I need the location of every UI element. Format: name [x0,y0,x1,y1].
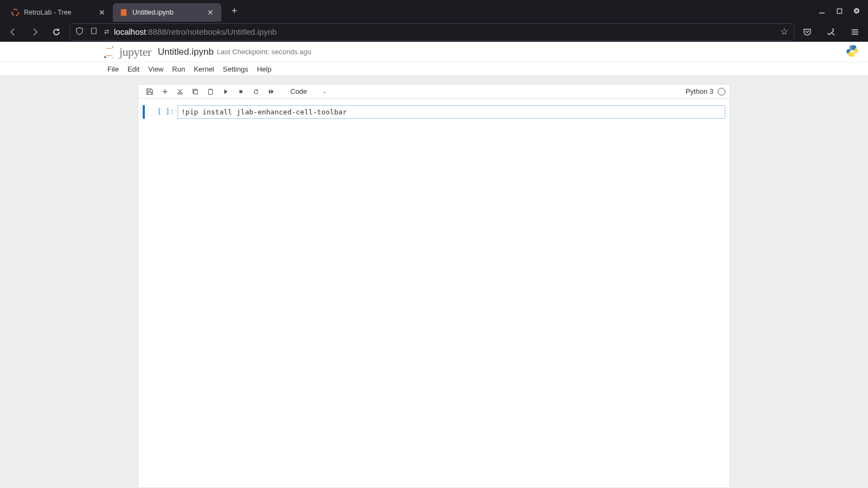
menu-settings[interactable]: Settings [219,63,253,75]
cell-type-select[interactable]: Code ⌄ [286,86,336,98]
cell-code[interactable]: !pip install jlab-enhanced-cell-toolbar [181,108,722,116]
svg-point-10 [104,56,106,58]
cut-button[interactable] [173,86,187,98]
cell-prompt: [ ]: [147,105,177,119]
tab-title: RetroLab - Tree [24,9,93,16]
menu-kernel[interactable]: Kernel [189,63,219,75]
svg-point-9 [112,46,113,48]
tab-title: Untitled.ipynb [132,9,202,16]
notebook-favicon [119,8,128,17]
shield-icon[interactable] [75,27,84,37]
svg-point-13 [853,54,854,55]
notebook-container: Code ⌄ Python 3 [ ]: !pip install jlab-e… [138,84,730,488]
kernel-name[interactable]: Python 3 [686,87,713,95]
cell-type-value: Code [290,87,307,95]
paste-button[interactable] [203,86,218,98]
tabs-area: RetroLab - Tree ✕ Untitled.ipynb ✕ + [4,0,243,22]
devtools-icon[interactable] [822,23,840,41]
menu-file[interactable]: File [103,63,123,75]
menubar: File Edit View Run Kernel Settings Help [0,62,868,76]
code-cell[interactable]: [ ]: !pip install jlab-enhanced-cell-too… [143,105,725,119]
retrolab-favicon [11,8,20,17]
jupyter-page: jupyter Untitled.ipynb Last Checkpoint: … [0,42,868,488]
window-controls [818,7,864,15]
restart-button[interactable] [249,86,263,98]
maximize-icon[interactable] [835,7,843,15]
run-all-button[interactable] [264,86,278,98]
svg-rect-21 [194,90,197,94]
forward-button[interactable] [26,23,43,41]
url-host: localhost [114,27,146,36]
minimize-icon[interactable] [818,7,826,15]
svg-rect-1 [121,9,127,16]
toolbar-right-icons [799,23,864,41]
svg-rect-22 [209,89,213,94]
tab-retrolab-tree[interactable]: RetroLab - Tree ✕ [4,3,113,22]
save-button[interactable] [143,86,157,98]
svg-rect-24 [239,90,242,93]
notebook-filename[interactable]: Untitled.ipynb [158,47,214,57]
svg-point-12 [851,46,852,47]
cell-input-area[interactable]: !pip install jlab-enhanced-cell-toolbar [177,105,725,119]
url-bar[interactable]: ⇄ localhost:8888/retro/notebooks/Untitle… [69,23,794,41]
url-icons: ⇄ [75,27,108,37]
stop-button[interactable] [234,86,248,98]
address-bar-row: ⇄ localhost:8888/retro/notebooks/Untitle… [0,22,868,42]
close-icon[interactable]: ✕ [98,8,106,17]
url-path: /retro/notebooks/Untitled.ipynb [167,27,277,36]
menu-edit[interactable]: Edit [123,63,144,75]
svg-rect-3 [837,9,841,13]
jupyter-logo-text: jupyter [119,45,151,59]
copy-button[interactable] [188,86,202,98]
svg-point-11 [112,57,113,58]
new-tab-button[interactable]: + [226,2,243,20]
permissions-icon[interactable]: ⇄ [104,28,108,35]
reload-button[interactable] [48,23,65,41]
back-button[interactable] [4,23,22,41]
svg-point-17 [181,92,183,94]
notebook-toolbar: Code ⌄ Python 3 [138,85,730,99]
pocket-icon[interactable] [799,23,816,41]
kernel-status-indicator[interactable] [718,88,725,95]
bookmark-icon[interactable]: ☆ [780,26,788,37]
menu-view[interactable]: View [144,63,168,75]
cells-area: [ ]: !pip install jlab-enhanced-cell-too… [138,99,730,125]
svg-rect-5 [92,28,97,34]
menu-help[interactable]: Help [253,63,276,75]
run-button[interactable] [219,86,233,98]
close-icon[interactable]: ✕ [206,8,215,17]
close-window-icon[interactable] [853,7,860,15]
hamburger-menu-icon[interactable] [846,23,864,41]
jupyter-logo[interactable]: jupyter [103,45,151,59]
chevron-down-icon: ⌄ [322,88,327,94]
notebook-body: Code ⌄ Python 3 [ ]: !pip install jlab-e… [0,76,868,488]
url-port: :8888 [146,27,167,36]
python-kernel-logo [845,44,859,60]
checkpoint-text: Last Checkpoint: seconds ago [217,48,311,56]
svg-rect-23 [209,88,212,89]
cell-collapse-bar[interactable] [143,105,145,119]
jupyter-logo-icon [103,45,115,59]
svg-point-16 [178,92,180,94]
tab-untitled-ipynb[interactable]: Untitled.ipynb ✕ [113,3,221,22]
page-info-icon[interactable] [90,27,98,36]
browser-tabstrip: RetroLab - Tree ✕ Untitled.ipynb ✕ + [0,0,868,22]
jupyter-header: jupyter Untitled.ipynb Last Checkpoint: … [0,42,868,62]
add-cell-button[interactable] [158,86,172,98]
url-text: localhost:8888/retro/notebooks/Untitled.… [114,27,277,36]
svg-point-0 [12,9,18,16]
menu-run[interactable]: Run [168,63,189,75]
